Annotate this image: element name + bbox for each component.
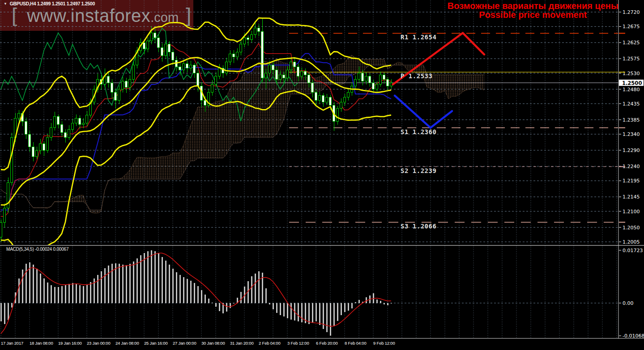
macd-bar [312,303,313,323]
macd-axis-label: 0.01723 [623,248,643,253]
pivot-label-s3: S3 1.2066 [401,223,436,230]
macd-bar [108,266,109,303]
candle-body [304,72,307,75]
macd-bar [341,303,342,315]
macd-pane [0,246,618,338]
macd-bar [144,253,145,303]
price-axis-label: 1.2625 [623,40,640,46]
macd-bar [316,303,317,321]
macd-bar [172,269,174,303]
candle-body [376,84,378,89]
macd-bar [391,303,392,304]
candle-body [82,123,85,125]
candle-body [311,83,314,93]
candle-body [190,65,192,68]
candle-body [129,80,131,88]
macd-bar [104,268,106,303]
candle-body [243,38,246,44]
candle-body [54,117,56,128]
price-axis-label: 1.2720 [623,9,640,15]
candle-body [50,128,52,138]
candle-body [226,62,228,73]
candle-body [72,123,74,129]
candle-body [36,150,38,156]
candle-body [125,81,128,88]
price-axis-label: 1.2575 [623,56,640,62]
macd-bar [251,276,252,303]
macd-bar [43,278,45,303]
macd-bar [190,281,192,303]
macd-bar [154,251,156,303]
macd-bar [212,303,213,303]
macd-bar [208,299,209,303]
macd-bar [162,257,163,303]
candle-body [315,93,317,101]
macd-bar [344,303,345,312]
chart-expand-icon[interactable]: ▼ [4,2,7,6]
time-axis-label: 18 Jan 08:00 [30,341,53,346]
candle-body [79,118,81,124]
candle-body [380,75,382,84]
macd-bar [147,251,149,303]
candle-body [322,96,324,102]
candle-body [301,72,303,76]
macd-bar [283,303,285,316]
candle-body [47,137,49,150]
macd-bar [26,264,27,303]
candle-body [0,223,2,237]
macd-bar [72,283,73,303]
macd-bar [323,303,324,329]
candle-body [272,65,274,70]
candle-body [39,144,42,150]
candle-body [276,70,278,80]
candle-body [308,75,310,83]
macd-bar [265,288,267,303]
pivot-label-s1: S1 1.2360 [401,128,436,135]
chart-canvas[interactable]: R1 1.2654P 1.2533S1 1.2360S2 1.2239S3 1.… [0,0,644,350]
candle-body [150,33,153,41]
price-axis-label: 1.2530 [623,71,640,76]
macd-bar [4,303,5,324]
macd-bar [290,303,292,320]
candle-body [347,93,350,97]
macd-bar [47,283,48,303]
candle-body [68,129,70,137]
candle-body [340,102,342,108]
time-axis[interactable]: 17 Jan 201718 Jan 08:0019 Jan 16:0023 Ja… [0,340,618,350]
time-axis-label: 31 Jan 20:00 [230,341,254,346]
candle-body [279,75,281,80]
macd-bar [119,264,120,303]
macd-bar [273,303,274,309]
macd-bar [8,303,9,320]
macd-bar [269,303,270,304]
macd-bar [215,303,217,307]
macd-signal-line [1,253,391,333]
macd-bar [0,303,2,321]
macd-bar [276,303,277,313]
macd-axis-label: -0.01068 [623,333,644,339]
macd-bar [129,264,131,303]
forecast-down-arrow [395,96,452,128]
macd-bar [36,269,38,303]
candle-body [107,76,110,83]
candle-body [240,44,242,52]
candle-body [172,52,174,60]
candle-body [215,76,217,84]
candle-body [354,80,357,86]
candle-body [118,89,120,101]
candle-body [193,65,196,73]
macd-bar [126,265,127,303]
price-axis-label: 1.2005 [623,239,640,245]
candle-body [186,63,188,68]
time-axis-label: 3 Feb 12:00 [287,341,309,346]
chart-title-bar: ▼ GBPUSD,H4 1.2499 1.2501 1.2497 1.2500 [4,1,95,6]
macd-bar [298,303,299,321]
candle-body [147,41,149,49]
macd-bar [380,301,381,303]
candle-body [57,117,60,125]
candle-body [326,97,328,102]
time-axis-label: 19 Jan 16:00 [58,341,82,346]
pivot-lines [289,33,618,222]
price-axis-label: 1.2435 [623,101,640,107]
macd-bar [68,284,70,303]
